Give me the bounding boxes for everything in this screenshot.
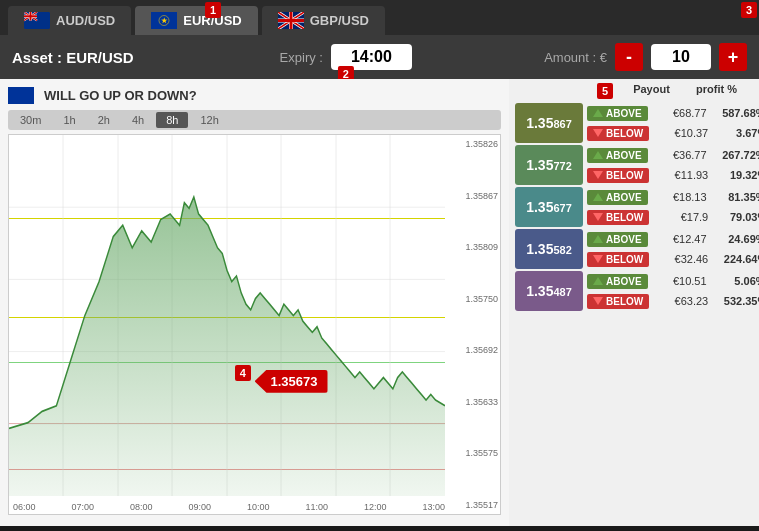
below-profit-1: 19.32% [712,169,759,181]
strike-price-3: 1.35582 [515,229,583,269]
strike-price-0: 1.35867 [515,103,583,143]
below-button-1[interactable]: BELOW [587,168,649,183]
tf-2h[interactable]: 2h [88,112,120,128]
amount-plus-button[interactable]: + [719,43,747,71]
x-axis: 06:00 07:00 08:00 09:00 10:00 11:00 12:0… [13,502,445,512]
badge-4: 4 [235,365,251,381]
tab-bar: AUD/USD ★ EUR/USD GBP/USD 1 3 [0,0,759,35]
y-label-5: 1.35692 [448,345,498,355]
amount-value: 10 [651,44,711,70]
y-label-3: 1.35809 [448,242,498,252]
amount-label: Amount : € [544,50,607,65]
below-profit-4: 532.35% [712,295,759,307]
below-payout-1: €11.93 [653,169,708,181]
below-row-3: BELOW €32.46 224.64% [587,250,759,268]
tf-4h[interactable]: 4h [122,112,154,128]
below-row-4: BELOW €63.23 532.35% [587,292,759,310]
badge-1: 1 [205,2,221,18]
flag-aud [24,12,50,29]
x-label-2: 07:00 [71,502,94,512]
below-row-2: BELOW €17.9 79.03% [587,208,759,226]
tf-8h[interactable]: 8h [156,112,188,128]
down-triangle-0 [593,129,603,137]
above-button-4[interactable]: ABOVE [587,274,648,289]
option-group-1: 1.35772 ABOVE €36.77 267.72% BELOW €11.9… [515,145,753,185]
y-label-4: 1.35750 [448,294,498,304]
below-button-3[interactable]: BELOW [587,252,649,267]
tab-gbp-label: GBP/USD [310,13,369,28]
y-label-8: 1.35517 [448,500,498,510]
amount-minus-button[interactable]: - [615,43,643,71]
expiry-label: Expiry : [280,50,323,65]
strike-price-4: 1.35487 [515,271,583,311]
above-profit-3: 24.69% [711,233,759,245]
x-label-4: 09:00 [188,502,211,512]
tab-gbp-usd[interactable]: GBP/USD [262,6,385,35]
x-label-3: 08:00 [130,502,153,512]
above-button-3[interactable]: ABOVE [587,232,648,247]
down-triangle-2 [593,213,603,221]
above-button-1[interactable]: ABOVE [587,148,648,163]
above-button-2[interactable]: ABOVE [587,190,648,205]
options-col-4: ABOVE €10.51 5.06% BELOW €63.23 532.35% [587,272,759,310]
below-payout-4: €63.23 [653,295,708,307]
flag-gbp [278,12,304,29]
above-profit-1: 267.72% [711,149,759,161]
price-chart [9,135,445,496]
up-triangle-1 [593,151,603,159]
down-triangle-1 [593,171,603,179]
strike-price-1: 1.35772 [515,145,583,185]
svg-text:★: ★ [161,17,168,24]
y-axis: 1.35826 1.35867 1.35809 1.35750 1.35692 … [448,135,498,514]
option-group-4: 1.35487 ABOVE €10.51 5.06% BELOW €63.23 … [515,271,753,311]
tab-eur-usd[interactable]: ★ EUR/USD [135,6,258,35]
options-col-0: ABOVE €68.77 587.68% BELOW €10.37 3.67% [587,104,759,142]
chart-question: WILL GO UP OR DOWN? [44,88,197,103]
panel-header: 5 Payout profit % [515,83,753,99]
up-triangle-2 [593,193,603,201]
tf-12h[interactable]: 12h [190,112,228,128]
below-profit-2: 79.03% [712,211,759,223]
above-row-0: ABOVE €68.77 587.68% [587,104,759,122]
down-triangle-3 [593,255,603,263]
option-group-2: 1.35677 ABOVE €18.13 81.35% BELOW €17.9 … [515,187,753,227]
above-payout-4: €10.51 [652,275,707,287]
above-row-1: ABOVE €36.77 267.72% [587,146,759,164]
below-button-2[interactable]: BELOW [587,210,649,225]
above-row-4: ABOVE €10.51 5.06% [587,272,759,290]
options-container: 1.35867 ABOVE €68.77 587.68% BELOW €10.3… [515,103,753,313]
above-payout-2: €18.13 [652,191,707,203]
chart-area: WILL GO UP OR DOWN? 30m 1h 2h 4h 8h 12h [0,79,509,526]
x-label-7: 12:00 [364,502,387,512]
badge-5: 5 [597,83,613,99]
option-group-0: 1.35867 ABOVE €68.77 587.68% BELOW €10.3… [515,103,753,143]
y-label-7: 1.35575 [448,448,498,458]
options-col-1: ABOVE €36.77 267.72% BELOW €11.93 19.32% [587,146,759,184]
badge-3: 3 [741,2,757,18]
y-label-6: 1.35633 [448,397,498,407]
chart-header: WILL GO UP OR DOWN? [8,87,501,104]
options-col-2: ABOVE €18.13 81.35% BELOW €17.9 79.03% [587,188,759,226]
above-profit-4: 5.06% [711,275,759,287]
up-triangle-3 [593,235,603,243]
svg-rect-9 [24,15,37,17]
tf-1h[interactable]: 1h [53,112,85,128]
payout-header: Payout [619,83,684,99]
below-button-4[interactable]: BELOW [587,294,649,309]
tab-aud-usd[interactable]: AUD/USD [8,6,131,35]
x-label-8: 13:00 [422,502,445,512]
above-payout-0: €68.77 [652,107,707,119]
below-row-1: BELOW €11.93 19.32% [587,166,759,184]
svg-rect-21 [278,19,304,22]
tf-30m[interactable]: 30m [10,112,51,128]
below-profit-3: 224.64% [712,253,759,265]
below-profit-0: 3.67% [712,127,759,139]
above-profit-2: 81.35% [711,191,759,203]
above-button-0[interactable]: ABOVE [587,106,648,121]
above-row-3: ABOVE €12.47 24.69% [587,230,759,248]
strike-price-2: 1.35677 [515,187,583,227]
down-triangle-4 [593,297,603,305]
expiry-section: Expiry : 14:00 2 [212,44,480,70]
below-payout-0: €10.37 [653,127,708,139]
below-button-0[interactable]: BELOW [587,126,649,141]
